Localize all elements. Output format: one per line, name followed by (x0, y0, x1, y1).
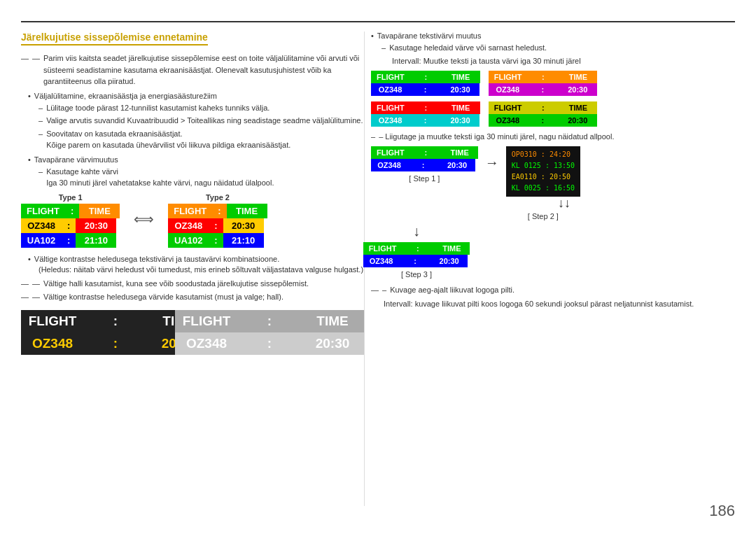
bullet-list-2: Tavapärane värvimuutus Kasutage kahte vä… (28, 155, 364, 189)
bullet-item-3: Vältige kontrastse heledusega tekstivärv… (28, 255, 364, 263)
step3-display: FLIGHT : TIME OZ348 : 20:30 (363, 242, 470, 267)
step1-label: [ Step 1 ] (409, 174, 440, 183)
small-display-2: FLIGHT : TIME OZ348 : 20:30 (489, 71, 598, 96)
left-column: Järelkujutise sissepõlemise ennetamine —… (21, 31, 364, 506)
step1-to-2-arrow: → (485, 155, 499, 171)
sub-dash-2: Kasutage kahte värviIga 30 minuti järel … (38, 166, 364, 189)
intro-text: Parim viis kaitsta seadet järelkujutise … (43, 52, 364, 87)
dash2-text: Vältige halli kasutamist, kuna see võib … (43, 278, 309, 290)
bullet3-label: Vältige kontrastse heledusega tekstivärv… (34, 255, 279, 263)
bottom-right-display: FLIGHT : TIME OZ348 : 20:30 (175, 310, 315, 355)
right-sub1: Kasutage heledaid värve või sarnast hele… (389, 42, 547, 54)
right-sub2: Intervall: Muutke teksti ja tausta värvi… (392, 55, 742, 67)
type1-label: Type 1 (21, 193, 120, 202)
right-grid-row1: FLIGHT : TIME OZ348 : 20:30 FLIGHT : TIM… (371, 71, 742, 96)
step2-label: [ Step 2 ] (528, 212, 559, 220)
type2-label: Type 2 (168, 193, 267, 202)
bullet-list-3: Vältige kontrastse heledusega tekstivärv… (28, 255, 364, 274)
double-arrow-icon: ↓↓ (558, 197, 570, 209)
step3-section: ↓ FLIGHT : TIME OZ348 : 20:30 [ Step 3 ] (371, 223, 462, 279)
bullet-list-1: Väljalülitamine, ekraanisäästja ja energ… (28, 92, 364, 151)
step2-display: OP0310 : 24:20 KL 0125 : 13:50 EA0110 : … (506, 146, 580, 197)
top-separator (21, 21, 735, 22)
t1-time: TIME (79, 204, 120, 218)
right-bullet-main: Tavapärane tekstivärvi muutus Kasutage h… (371, 31, 742, 66)
right-dash1: Kuvage aeg-ajalt liikuvat logoga pilti. (390, 284, 514, 296)
right-bullet-label: Tavapärane tekstivärvi muutus (377, 31, 482, 40)
dash3-text: Vältige kontrastse heledusega värvide ka… (43, 291, 284, 303)
right-bottom-notes: – Kuvage aeg-ajalt liikuvat logoga pilti… (371, 284, 742, 309)
vertical-divider (364, 31, 365, 506)
small-display-1: FLIGHT : TIME OZ348 : 20:30 (371, 71, 480, 96)
step2-group: OP0310 : 24:20 KL 0125 : 13:50 EA0110 : … (506, 146, 580, 220)
step1-group: FLIGHT : TIME OZ348 : 20:30 [ Step 1 ] (371, 146, 478, 183)
type2-group: Type 2 FLIGHT : TIME OZ348 : 20:30 UA102… (168, 193, 267, 248)
type2-display: FLIGHT : TIME OZ348 : 20:30 UA102 : 21:1… (168, 204, 267, 248)
step3-label: [ Step 3 ] (401, 270, 432, 279)
small-display-3: FLIGHT : TIME OZ348 : 20:30 (371, 101, 480, 127)
section-title: Järelkujutise sissepõlemise ennetamine (21, 31, 208, 45)
step2-to-3-arrow: ↓ (413, 223, 420, 239)
sub1b: Valige arvutis suvandid Kuvaatribuudid >… (46, 115, 363, 127)
step1-display: FLIGHT : TIME OZ348 : 20:30 (371, 146, 478, 171)
sub2a: Kasutage kahte värviIga 30 minuti järel … (46, 166, 274, 189)
right-dash2: Intervall: kuvage liikuvat pilti koos lo… (384, 298, 742, 310)
sub-dash-1: Lülitage toode pärast 12-tunnilist kasut… (38, 102, 364, 151)
bottom-left-display: FLIGHT : TIME OZ348 : 20:30 (21, 310, 161, 355)
sub1c: Soovitatav on kasutada ekraanisäästjat.K… (46, 128, 290, 151)
bullet3-sub: (Heledus: näitab värvi heledust või tume… (38, 265, 364, 274)
page-number: 186 (709, 502, 735, 520)
type1-display: FLIGHT : TIME OZ348 : 20:30 UA102 : 21:1… (21, 204, 120, 248)
small-display-4: FLIGHT : TIME OZ348 : 20:30 (489, 101, 598, 127)
right-column: Tavapärane tekstivärvi muutus Kasutage h… (371, 31, 742, 506)
sub-note: – Liigutage ja muutke teksti iga 30 minu… (371, 132, 742, 141)
steps-row: FLIGHT : TIME OZ348 : 20:30 [ Step 1 ] →… (371, 146, 742, 220)
type-arrow: ⟺ (134, 211, 154, 227)
bottom-displays: FLIGHT : TIME OZ348 : 20:30 FLIGHT : TIM… (21, 310, 364, 355)
t1-flight: FLIGHT (21, 204, 65, 218)
bullet2-label: Tavapärane värvimuutus (34, 155, 118, 164)
bullet-item-1: Väljalülitamine, ekraanisäästja ja energ… (28, 92, 364, 100)
right-grid-row2: FLIGHT : TIME OZ348 : 20:30 FLIGHT : TIM… (371, 101, 742, 127)
types-container: Type 1 FLIGHT : TIME OZ348 : 20:30 UA102… (21, 193, 364, 248)
bullet-item-2: Tavapärane värvimuutus (28, 155, 364, 164)
bullet1-label: Väljalülitamine, ekraanisäästja ja energ… (34, 92, 217, 100)
type1-group: Type 1 FLIGHT : TIME OZ348 : 20:30 UA102… (21, 193, 120, 248)
sub1a: Lülitage toode pärast 12-tunnilist kasut… (46, 102, 270, 114)
